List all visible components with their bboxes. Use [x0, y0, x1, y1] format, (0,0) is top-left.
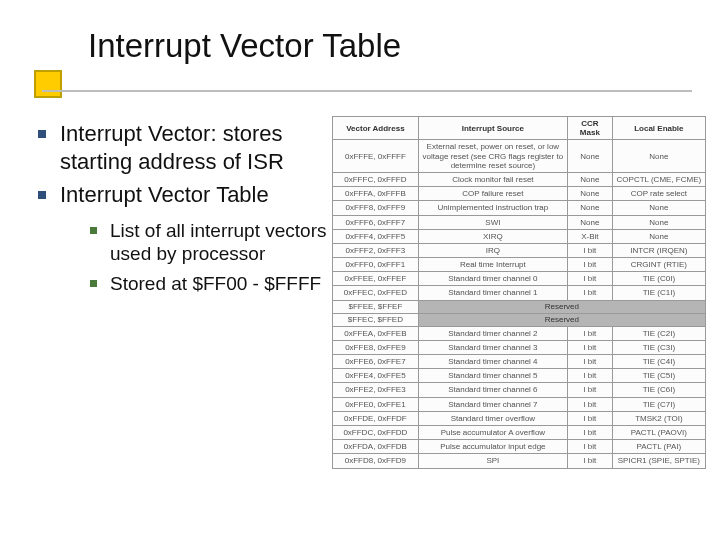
- cell-local-enable: TIE (C4I): [612, 355, 705, 369]
- table-row: 0xFFE2, 0xFFE3Standard timer channel 6I …: [333, 383, 706, 397]
- cell-ccr-mask: I bit: [567, 326, 612, 340]
- title-block: Interrupt Vector Table: [34, 24, 694, 64]
- cell-ccr-mask: X-Bit: [567, 229, 612, 243]
- table-body: 0xFFFE, 0xFFFFExternal reset, power on r…: [333, 140, 706, 468]
- cell-ccr-mask: None: [567, 187, 612, 201]
- cell-vector-address: 0xFFEA, 0xFFEB: [333, 326, 419, 340]
- interrupt-vector-table: Vector Address Interrupt Source CCR Mask…: [332, 116, 706, 469]
- cell-local-enable: None: [612, 229, 705, 243]
- cell-vector-address: 0xFFDC, 0xFFDD: [333, 425, 419, 439]
- th-interrupt-source: Interrupt Source: [418, 117, 567, 140]
- title-decoration-square-icon: [34, 70, 62, 98]
- cell-local-enable: COPCTL (CME, FCME): [612, 172, 705, 186]
- table-row: 0xFFEA, 0xFFEBStandard timer channel 2I …: [333, 326, 706, 340]
- bullet-2: Interrupt Vector Table List of all inter…: [34, 181, 330, 296]
- cell-vector-address: 0xFFFC, 0xFFFD: [333, 172, 419, 186]
- cell-interrupt-source: Standard timer channel 1: [418, 286, 567, 300]
- cell-ccr-mask: I bit: [567, 243, 612, 257]
- cell-reserved: Reserved: [418, 313, 705, 326]
- vector-table-image: Vector Address Interrupt Source CCR Mask…: [332, 116, 706, 516]
- cell-vector-address: 0xFFEC, 0xFFED: [333, 286, 419, 300]
- bullet-2b: Stored at $FF00 - $FFFF: [88, 272, 330, 296]
- bullet-1: Interrupt Vector: stores starting addres…: [34, 120, 330, 175]
- cell-local-enable: PACTL (PAI): [612, 440, 705, 454]
- cell-interrupt-source: Real time Interrupt: [418, 258, 567, 272]
- table-row: 0xFFFC, 0xFFFDClock monitor fail resetNo…: [333, 172, 706, 186]
- cell-ccr-mask: I bit: [567, 397, 612, 411]
- table-row: 0xFFE0, 0xFFE1Standard timer channel 7I …: [333, 397, 706, 411]
- cell-interrupt-source: XIRQ: [418, 229, 567, 243]
- cell-local-enable: SPICR1 (SPIE, SPTIE): [612, 454, 705, 468]
- bullet-2a: List of all interrupt vectors used by pr…: [88, 219, 330, 267]
- cell-local-enable: TIE (C2I): [612, 326, 705, 340]
- cell-vector-address: 0xFFF2, 0xFFF3: [333, 243, 419, 257]
- cell-local-enable: TIE (C5I): [612, 369, 705, 383]
- th-vector-address: Vector Address: [333, 117, 419, 140]
- cell-vector-address: 0xFFDA, 0xFFDB: [333, 440, 419, 454]
- cell-local-enable: TIE (C3I): [612, 340, 705, 354]
- table-row: 0xFFF4, 0xFFF5XIRQX-BitNone: [333, 229, 706, 243]
- cell-interrupt-source: COP failure reset: [418, 187, 567, 201]
- cell-vector-address: 0xFFF6, 0xFFF7: [333, 215, 419, 229]
- cell-ccr-mask: I bit: [567, 440, 612, 454]
- bullet-list-level1: Interrupt Vector: stores starting addres…: [34, 120, 330, 296]
- table-row: 0xFFFA, 0xFFFBCOP failure resetNoneCOP r…: [333, 187, 706, 201]
- table-head: Vector Address Interrupt Source CCR Mask…: [333, 117, 706, 140]
- cell-interrupt-source: Pulse accumulator A overflow: [418, 425, 567, 439]
- cell-local-enable: PACTL (PAOVI): [612, 425, 705, 439]
- cell-interrupt-source: Standard timer channel 3: [418, 340, 567, 354]
- table-row: $FFEE, $FFEFReserved: [333, 300, 706, 313]
- cell-ccr-mask: None: [567, 140, 612, 173]
- cell-vector-address: 0xFFE6, 0xFFE7: [333, 355, 419, 369]
- cell-vector-address: $FFEE, $FFEF: [333, 300, 419, 313]
- cell-interrupt-source: Clock monitor fail reset: [418, 172, 567, 186]
- th-ccr-mask: CCR Mask: [567, 117, 612, 140]
- cell-ccr-mask: I bit: [567, 286, 612, 300]
- table-header-row: Vector Address Interrupt Source CCR Mask…: [333, 117, 706, 140]
- cell-interrupt-source: Standard timer channel 5: [418, 369, 567, 383]
- table-row: $FFEC, $FFEDReserved: [333, 313, 706, 326]
- cell-ccr-mask: I bit: [567, 425, 612, 439]
- th-local-enable: Local Enable: [612, 117, 705, 140]
- cell-interrupt-source: Standard timer channel 6: [418, 383, 567, 397]
- cell-vector-address: 0xFFE0, 0xFFE1: [333, 397, 419, 411]
- table-row: 0xFFD8, 0xFFD9SPII bitSPICR1 (SPIE, SPTI…: [333, 454, 706, 468]
- table-row: 0xFFDC, 0xFFDDPulse accumulator A overfl…: [333, 425, 706, 439]
- cell-vector-address: 0xFFF0, 0xFFF1: [333, 258, 419, 272]
- cell-local-enable: TMSK2 (TOI): [612, 411, 705, 425]
- cell-interrupt-source: Standard timer channel 7: [418, 397, 567, 411]
- table-row: 0xFFF6, 0xFFF7SWINoneNone: [333, 215, 706, 229]
- cell-interrupt-source: Standard timer overflow: [418, 411, 567, 425]
- cell-local-enable: None: [612, 201, 705, 215]
- cell-vector-address: 0xFFFE, 0xFFFF: [333, 140, 419, 173]
- slide-title: Interrupt Vector Table: [88, 28, 694, 64]
- cell-interrupt-source: IRQ: [418, 243, 567, 257]
- cell-ccr-mask: I bit: [567, 454, 612, 468]
- cell-ccr-mask: I bit: [567, 383, 612, 397]
- table-row: 0xFFDE, 0xFFDFStandard timer overflowI b…: [333, 411, 706, 425]
- table-row: 0xFFEE, 0xFFEFStandard timer channel 0I …: [333, 272, 706, 286]
- table-row: 0xFFE8, 0xFFE9Standard timer channel 3I …: [333, 340, 706, 354]
- table-row: 0xFFE6, 0xFFE7Standard timer channel 4I …: [333, 355, 706, 369]
- cell-interrupt-source: Pulse accumulator input edge: [418, 440, 567, 454]
- table-row: 0xFFF2, 0xFFF3IRQI bitINTCR (IRQEN): [333, 243, 706, 257]
- cell-ccr-mask: I bit: [567, 340, 612, 354]
- cell-reserved: Reserved: [418, 300, 705, 313]
- cell-vector-address: $FFEC, $FFED: [333, 313, 419, 326]
- cell-vector-address: 0xFFE2, 0xFFE3: [333, 383, 419, 397]
- cell-interrupt-source: Unimplemented instruction trap: [418, 201, 567, 215]
- cell-interrupt-source: Standard timer channel 4: [418, 355, 567, 369]
- table-row: 0xFFFE, 0xFFFFExternal reset, power on r…: [333, 140, 706, 173]
- cell-interrupt-source: External reset, power on reset, or low v…: [418, 140, 567, 173]
- cell-local-enable: TIE (C7I): [612, 397, 705, 411]
- cell-local-enable: COP rate select: [612, 187, 705, 201]
- cell-ccr-mask: None: [567, 172, 612, 186]
- cell-vector-address: 0xFFFA, 0xFFFB: [333, 187, 419, 201]
- cell-local-enable: TIE (C6I): [612, 383, 705, 397]
- cell-local-enable: CRGINT (RTIE): [612, 258, 705, 272]
- cell-ccr-mask: None: [567, 215, 612, 229]
- cell-vector-address: 0xFFDE, 0xFFDF: [333, 411, 419, 425]
- cell-vector-address: 0xFFF8, 0xFFF9: [333, 201, 419, 215]
- table-row: 0xFFF0, 0xFFF1Real time InterruptI bitCR…: [333, 258, 706, 272]
- cell-interrupt-source: SPI: [418, 454, 567, 468]
